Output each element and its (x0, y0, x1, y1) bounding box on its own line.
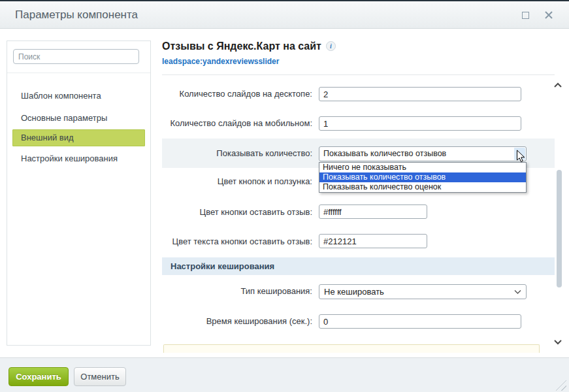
dropdown-option-nothing[interactable]: Ничего не показывать (319, 163, 526, 172)
sidebar-item-main-params[interactable]: Основные параметры (7, 112, 150, 125)
sidebar-item-appearance[interactable]: Внешний вид (12, 129, 145, 146)
slides-desktop-label: Количество слайдов на десктопе: (162, 86, 312, 102)
component-parameters-dialog: Параметры компонента Шаблон компонента О… (0, 0, 569, 392)
show-count-dropdown: Ничего не показывать Показывать количест… (319, 162, 527, 193)
cache-time-label: Время кеширования (сек.): (162, 314, 312, 329)
component-code: leadspace:yandexreviewsslider (162, 57, 279, 66)
sidebar-divider (7, 73, 150, 73)
cache-time-input[interactable] (319, 314, 521, 329)
page-title: Отзывы с Яндекс.Карт на сайтi (162, 41, 336, 52)
buttons-slider-color-label: Цвет кнопок и ползунка: (162, 174, 312, 189)
search-input[interactable] (13, 49, 139, 64)
cache-section-title: Настройки кеширования (162, 257, 555, 275)
cancel-button[interactable]: Отменить (74, 367, 126, 386)
review-button-text-color-input[interactable] (319, 234, 427, 248)
footer: Сохранить Отменить (0, 357, 569, 392)
chevron-down-icon[interactable] (514, 148, 525, 160)
component-title: Отзывы с Яндекс.Карт на сайт (162, 41, 321, 52)
show-count-selected-value: Показывать количество отзывов (323, 147, 446, 161)
review-button-color-input[interactable] (319, 204, 427, 219)
close-icon[interactable] (544, 10, 553, 20)
sidebar-item-template[interactable]: Шаблон компонента (7, 90, 150, 103)
show-count-label: Показывать количество: (162, 146, 312, 161)
slides-desktop-input[interactable] (319, 87, 521, 101)
next-section-partial (163, 344, 540, 353)
slides-mobile-input[interactable] (319, 116, 521, 131)
info-icon[interactable]: i (326, 41, 336, 51)
dropdown-option-reviews-count[interactable]: Показывать количество отзывов (319, 172, 526, 182)
maximize-icon[interactable] (522, 12, 529, 19)
sidebar-item-cache-settings[interactable]: Настройки кеширования (7, 152, 150, 165)
cache-type-select[interactable]: Не кешировать (319, 284, 527, 299)
dropdown-option-ratings-count[interactable]: Показывать количество оценок (319, 182, 526, 192)
dialog-title: Параметры компонента (15, 1, 138, 29)
scroll-up-icon[interactable] (553, 82, 562, 88)
cache-type-label: Тип кеширования: (162, 284, 312, 299)
dialog-titlebar: Параметры компонента (0, 1, 569, 29)
show-count-select[interactable]: Показывать количество отзывов (319, 146, 527, 161)
sidebar: Шаблон компонента Основные параметры Вне… (7, 41, 151, 346)
resize-grip[interactable] (554, 378, 566, 391)
review-button-text-color-label: Цвет текста кнопки оставить отзыв: (162, 234, 312, 250)
review-button-color-label: Цвет кнопки оставить отзыв: (162, 204, 312, 220)
save-button[interactable]: Сохранить (8, 367, 69, 386)
chevron-down-icon (514, 289, 521, 295)
scrollbar-thumb[interactable] (557, 170, 562, 287)
slides-mobile-label: Количество слайдов на мобильном: (162, 116, 312, 131)
cache-section-header: Настройки кеширования (162, 257, 555, 275)
scroll-down-icon[interactable] (553, 339, 562, 346)
cache-type-selected-value: Не кешировать (324, 285, 384, 299)
header-divider (162, 74, 555, 75)
